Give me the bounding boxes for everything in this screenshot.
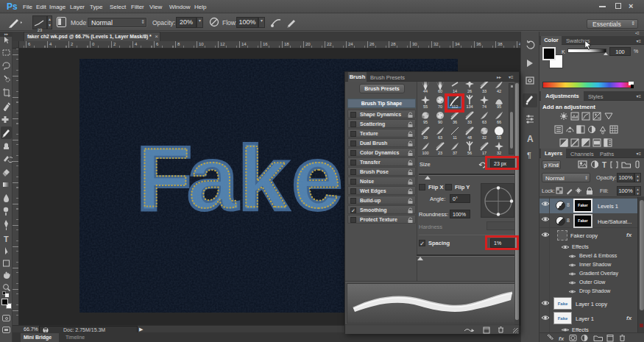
- svg-text:6: 6: [156, 42, 159, 46]
- svg-text:20: 20: [305, 42, 311, 46]
- svg-text:11: 11: [453, 135, 457, 140]
- svg-text:66: 66: [497, 120, 501, 124]
- svg-text:26: 26: [467, 89, 472, 93]
- svg-text:17: 17: [482, 151, 486, 155]
- svg-text:33: 33: [467, 120, 472, 124]
- svg-text:¶: ¶: [527, 151, 531, 160]
- svg-text:14: 14: [241, 42, 247, 46]
- svg-text:33: 33: [482, 89, 486, 93]
- svg-text:36: 36: [453, 120, 457, 124]
- svg-text:60: 60: [438, 89, 442, 93]
- svg-text:100: 100: [422, 151, 428, 155]
- svg-text:8: 8: [177, 42, 180, 46]
- svg-text:26: 26: [369, 42, 375, 46]
- svg-text:44: 44: [423, 89, 428, 93]
- svg-text:32: 32: [482, 135, 486, 140]
- svg-text:16: 16: [263, 42, 268, 46]
- svg-text:32: 32: [434, 42, 439, 46]
- svg-text:39: 39: [423, 135, 428, 140]
- svg-text:63: 63: [482, 120, 486, 124]
- svg-text:T: T: [602, 161, 606, 169]
- svg-text:37: 37: [453, 151, 457, 155]
- svg-text:6: 6: [28, 42, 31, 46]
- svg-text:42: 42: [497, 89, 501, 93]
- svg-text:63: 63: [438, 135, 442, 140]
- svg-text:4: 4: [135, 42, 138, 46]
- svg-text:18: 18: [284, 42, 289, 46]
- svg-text:A: A: [527, 134, 534, 144]
- svg-text:36: 36: [476, 42, 481, 46]
- svg-text:95: 95: [497, 104, 501, 109]
- svg-text:10: 10: [199, 42, 204, 46]
- svg-text:90: 90: [438, 120, 442, 124]
- svg-text:fx: fx: [559, 335, 565, 342]
- svg-text:34: 34: [455, 42, 460, 46]
- svg-text:95: 95: [423, 120, 428, 124]
- svg-text:0: 0: [92, 42, 95, 46]
- svg-text:23: 23: [438, 151, 442, 155]
- svg-text:4: 4: [49, 42, 52, 46]
- svg-text:74: 74: [482, 104, 486, 109]
- svg-text:22: 22: [327, 42, 332, 46]
- svg-text:30: 30: [412, 42, 417, 46]
- svg-text:24: 24: [348, 42, 353, 46]
- svg-text:12: 12: [220, 42, 225, 46]
- svg-text:55: 55: [497, 135, 501, 140]
- svg-text:70: 70: [438, 104, 442, 109]
- svg-text:32: 32: [497, 151, 501, 155]
- svg-text:2: 2: [71, 42, 74, 46]
- svg-text:2: 2: [113, 42, 116, 46]
- svg-text:38: 38: [498, 42, 503, 46]
- svg-text:28: 28: [391, 42, 396, 46]
- svg-text:56: 56: [467, 151, 472, 155]
- svg-text:134: 134: [466, 104, 473, 109]
- svg-text:T: T: [4, 235, 9, 243]
- svg-text:48: 48: [467, 135, 472, 140]
- svg-text:55: 55: [423, 104, 428, 109]
